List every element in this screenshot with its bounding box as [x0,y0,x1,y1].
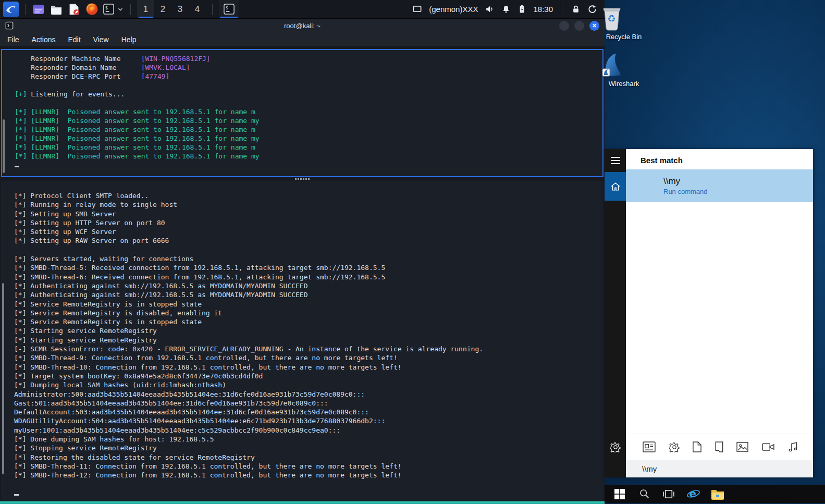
terminal-line: [*] SMBD-Thread-10: Connection from 192.… [14,363,604,372]
pane-splitter[interactable] [1,177,604,181]
workspace-button-2[interactable]: 2 [154,0,171,18]
search-button[interactable] [637,487,651,501]
file-manager-icon [50,3,63,16]
menu-view[interactable]: View [87,35,115,44]
kali-desktop: $ 1234 $ (genmon)XXX 18:30 [0,0,605,504]
terminal-line: [*] Setting up HTTP Server on port 80 [14,218,604,227]
terminal-line: [*] [LLMNR] Poisoned answer sent to 192.… [15,107,602,116]
svg-text:$: $ [225,5,228,10]
edge-button[interactable]: e [686,487,700,501]
music-icon[interactable] [787,441,798,452]
desktop-icon-recycle-bin[interactable]: ♻ Recycle Bin [600,4,647,41]
firefox-launcher[interactable] [85,3,98,16]
file-explorer-icon [711,488,724,500]
terminal-line: [*] Authenticating against smb://192.168… [14,290,604,299]
terminal-line: myUser:1001:aad3b435b51404eeaad3b435b514… [14,426,604,435]
terminal-line: [*] Done dumping SAM hashes for host: 19… [14,435,604,444]
text-editor-launcher[interactable] [67,3,81,16]
windows-start-button[interactable] [613,487,626,501]
clock[interactable]: 18:30 [533,5,553,14]
terminal-line: [*] [LLMNR] Poisoned answer sent to 192.… [15,125,602,134]
panel-separator [25,4,26,15]
search-query-text: \\my [642,464,657,473]
terminal-line: [*] SMBD-Thread-5: Received connection f… [14,263,604,272]
panel-left: $ 1234 $ [0,0,239,18]
settings-icon[interactable] [669,442,680,452]
terminal-line: [-] SCMR SessionError: code: 0x420 - ERR… [14,345,604,353]
terminal-line: [*] Authenticating against smb://192.168… [14,281,604,290]
terminal-line [14,480,604,489]
menu-file[interactable]: File [7,35,26,44]
battery-icon[interactable] [518,4,526,14]
photos-icon[interactable] [736,442,748,452]
desktop-icon-label: Wireshark [600,80,647,88]
panel-separator [212,4,213,15]
home-tab-button[interactable] [605,172,626,201]
desktop-icon-label: Recycle Bin [600,33,647,41]
apps-icon[interactable] [643,441,656,452]
terminal-line: [*] Stopping service RemoteRegistry [14,444,604,452]
search-result-run-command[interactable]: \\my Run command [626,169,813,202]
best-match-header: Best match [626,149,813,169]
terminal-launcher[interactable]: $ [103,3,124,16]
terminal-line: WDAGUtilityAccount:504:aad3b435b51404eea… [14,416,604,425]
menu-actions[interactable]: Actions [26,35,62,44]
logout-icon[interactable] [587,4,597,14]
terminal-pane-ntlmrelayx[interactable]: [*] Protocol Client SMTP loaded..[*] Run… [1,181,604,500]
terminal-line: [*] SMBD-Thread-11: Connection from 192.… [14,462,604,471]
maximize-button[interactable] [574,21,584,31]
task-view-button[interactable] [662,487,675,501]
volume-icon[interactable] [485,4,495,14]
terminal-line: [*] Setting up RAW Server on port 6666 [14,236,604,245]
hamburger-menu-button[interactable] [605,149,626,172]
file-explorer-button[interactable] [711,487,724,501]
kali-panel: $ 1234 $ (genmon)XXX 18:30 [0,0,605,19]
terminal-line: [*] [LLMNR] Poisoned answer sent to 192.… [15,116,602,125]
terminal-line: [*] Protocol Client SMTP loaded.. [14,191,604,200]
terminal-icon: $ [103,3,115,15]
terminal-menubar: FileActionsEditViewHelp [0,33,605,47]
search-settings-button[interactable] [610,442,621,452]
terminal-line: [*] Restoring the disabled state for ser… [14,453,604,462]
panel-tray: (genmon)XXX 18:30 [412,0,605,18]
menu-edit[interactable]: Edit [61,35,87,44]
workspace-button-1[interactable]: 1 [137,0,154,18]
task-view-icon [663,489,674,499]
window-list-terminal-button[interactable]: $ [219,0,239,18]
file-manager-launcher[interactable] [50,3,63,16]
workspace-switcher: 1234 [137,0,206,18]
svg-text:$: $ [105,5,108,10]
search-filter-bar [626,434,813,460]
terminal-line: [*] Servers started, waiting for connect… [14,254,604,263]
videos-icon[interactable] [762,442,774,451]
workspace-button-4[interactable]: 4 [189,0,206,18]
gear-icon [610,442,621,452]
close-button[interactable]: ✕ [589,21,599,31]
folders-icon[interactable] [715,441,723,452]
documents-icon[interactable] [693,441,701,452]
workspace-button-3[interactable]: 3 [171,0,189,18]
terminal-line: DefaultAccount:503:aad3b435b51404eeaad3b… [14,408,604,416]
display-icon [412,4,422,14]
menu-help[interactable]: Help [115,35,143,44]
chevron-down-icon [117,6,124,13]
terminal-line: [*] Starting service RemoteRegistry [14,336,604,345]
terminal-titlebar[interactable]: root@kali: ~ ✕ [0,19,605,33]
search-icon [639,488,650,499]
terminal-line: Responder DCE-RPC Port [47749] [15,72,602,81]
kali-menu-icon[interactable] [3,2,19,17]
scrollbar[interactable] [2,283,4,474]
genmon-label: (genmon)XXX [429,5,478,14]
lock-icon[interactable] [571,5,581,14]
desktop-edge-strip [0,501,605,504]
terminal-line: [*] [LLMNR] Poisoned answer sent to 192.… [15,152,602,161]
wireshark-icon [600,52,647,78]
scrollbar[interactable] [3,119,5,173]
minimize-button[interactable] [559,21,569,31]
search-input[interactable]: \\my [626,460,813,477]
bell-icon[interactable] [501,5,511,14]
desktop-icon-wireshark[interactable]: Wireshark [600,52,647,88]
firefox-icon [85,3,98,16]
terminal-pane-responder[interactable]: Responder Machine Name [WIN-PNQ556812FJ]… [1,49,604,177]
window-app-launcher[interactable] [32,3,45,16]
